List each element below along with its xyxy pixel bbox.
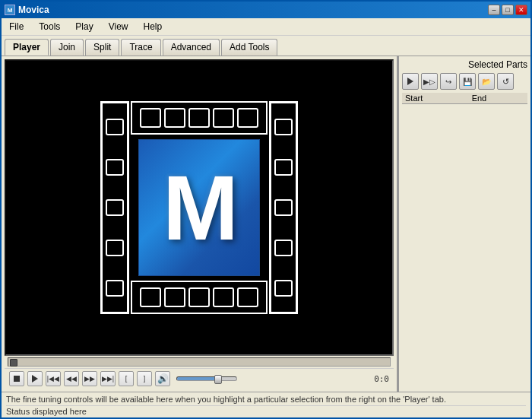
minimize-button[interactable]: – [488, 5, 500, 15]
top-hole [237, 108, 258, 128]
right-panel: Selected Parts ▶▷ ↪ 💾 📂 [397, 56, 530, 392]
parts-forward-icon: ↪ [445, 78, 451, 86]
controls-bar: |◀◀ ◀◀ ▶▶ ▶▶| [ [5, 368, 394, 389]
play-icon [32, 375, 38, 382]
col-start: Start [402, 93, 469, 104]
speaker-icon: 🔊 [157, 373, 169, 384]
tab-add-tools[interactable]: Add Tools [221, 39, 277, 56]
fast-forward-button[interactable]: ▶▶ [82, 371, 97, 386]
parts-play-button[interactable] [402, 73, 419, 90]
tab-advanced[interactable]: Advanced [163, 39, 220, 56]
bottom-hole [164, 287, 185, 307]
skip-start-button[interactable]: |◀◀ [46, 371, 61, 386]
bottom-hole [237, 287, 258, 307]
menu-file[interactable]: File [5, 20, 28, 33]
m-letter: M [163, 155, 236, 260]
parts-refresh-button[interactable]: ↺ [497, 73, 514, 90]
title-bar-buttons: – □ ✕ [488, 5, 527, 15]
tab-player[interactable]: Player [5, 39, 49, 56]
player-panel: M [2, 56, 397, 392]
play-button[interactable] [27, 371, 43, 386]
parts-playall-button[interactable]: ▶▷ [421, 73, 438, 90]
volume-fill [177, 377, 216, 380]
volume-button[interactable]: 🔊 [155, 371, 170, 386]
seek-bar[interactable] [8, 357, 391, 367]
close-button[interactable]: ✕ [515, 5, 527, 15]
main-content: M [2, 56, 530, 392]
tab-join[interactable]: Join [50, 39, 84, 56]
parts-table: Start End [402, 93, 527, 389]
film-bottom-holes [131, 281, 268, 314]
sprocket-hole [106, 240, 124, 256]
top-hole [213, 108, 234, 128]
top-hole [188, 108, 210, 128]
parts-toolbar: ▶▷ ↪ 💾 📂 ↺ [402, 73, 527, 90]
sprocket-hole [274, 199, 293, 216]
parts-playall-icon: ▶▷ [423, 78, 435, 86]
seek-bar-container [5, 356, 394, 368]
skip-end-button[interactable]: ▶▶| [100, 371, 116, 386]
col-end: End [469, 93, 527, 104]
bottom-hole [213, 287, 234, 307]
main-window: M Movica – □ ✕ File Tools Play View Help… [0, 0, 532, 419]
tab-split[interactable]: Split [85, 39, 119, 56]
sprocket-hole [106, 280, 124, 297]
status-text: Status displayed here [6, 407, 87, 416]
volume-thumb[interactable] [214, 375, 222, 384]
status-bar: The fine tuning controls will be availab… [2, 392, 530, 417]
right-sprocket-strip [269, 101, 298, 314]
mark-in-button[interactable]: [ [119, 371, 134, 386]
sprocket-hole [274, 240, 293, 256]
volume-slider[interactable] [176, 376, 237, 381]
menu-help[interactable]: Help [139, 20, 167, 33]
rewind-icon: ◀◀ [66, 375, 77, 382]
seek-thumb[interactable] [10, 359, 17, 367]
mark-out-icon: ] [144, 375, 146, 382]
parts-refresh-icon: ↺ [502, 77, 509, 87]
parts-save-icon: 💾 [463, 78, 472, 86]
bottom-hole [188, 287, 210, 307]
status-bottom: Status displayed here [6, 405, 526, 416]
sprocket-hole [106, 199, 124, 216]
parts-open-button[interactable]: 📂 [478, 73, 495, 90]
sprocket-hole [106, 159, 124, 176]
film-top-holes [131, 101, 268, 135]
mark-in-icon: [ [125, 375, 128, 382]
sprocket-hole [106, 119, 124, 135]
video-canvas[interactable]: M [5, 59, 394, 356]
stop-icon [14, 376, 20, 382]
status-info-text: The fine tuning controls will be availab… [6, 394, 526, 405]
film-logo: M [100, 101, 298, 314]
parts-play-icon [407, 78, 413, 85]
sprocket-hole [274, 119, 293, 135]
skip-start-icon: |◀◀ [47, 375, 59, 382]
top-hole [140, 108, 161, 128]
menu-bar: File Tools Play View Help [2, 18, 530, 36]
parts-open-icon: 📂 [482, 78, 491, 86]
menu-play[interactable]: Play [71, 20, 97, 33]
bottom-hole [140, 287, 161, 307]
sprocket-hole [274, 280, 293, 297]
window-title: Movica [18, 5, 488, 15]
skip-end-icon: ▶▶| [102, 375, 114, 382]
tab-bar: Player Join Split Trace Advanced Add Too… [2, 36, 530, 56]
parts-save-button[interactable]: 💾 [459, 73, 476, 90]
title-bar: M Movica – □ ✕ [2, 2, 530, 18]
top-hole [164, 108, 185, 128]
menu-tools[interactable]: Tools [34, 20, 65, 33]
fast-forward-icon: ▶▶ [84, 375, 95, 382]
selected-parts-title: Selected Parts [402, 59, 527, 70]
menu-view[interactable]: View [104, 20, 133, 33]
parts-forward-button[interactable]: ↪ [440, 73, 457, 90]
time-display: 0:0 [374, 374, 389, 384]
tab-trace[interactable]: Trace [121, 39, 160, 56]
sprocket-hole [274, 159, 293, 176]
stop-button[interactable] [9, 371, 24, 386]
left-sprocket-strip [100, 101, 129, 314]
mark-out-button[interactable]: ] [137, 371, 152, 386]
maximize-button[interactable]: □ [502, 5, 514, 15]
m-logo: M [138, 139, 260, 276]
rewind-button[interactable]: ◀◀ [64, 371, 79, 386]
app-icon: M [5, 5, 15, 15]
